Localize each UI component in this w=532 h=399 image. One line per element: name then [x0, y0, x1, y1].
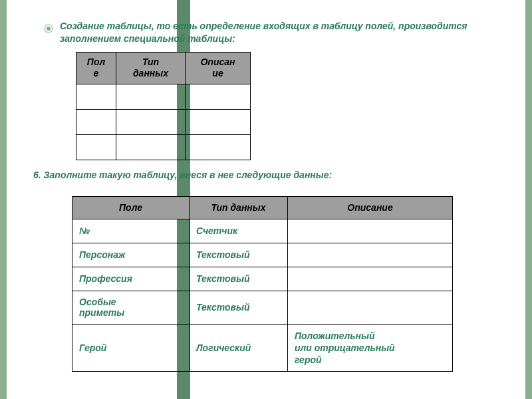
slide-page: Создание таблицы, то есть определение вх…	[7, 0, 525, 399]
table-row: Особыеприметы Текстовый	[72, 291, 453, 324]
cell-field: Герой	[72, 324, 190, 372]
cell-type: Текстовый	[190, 267, 288, 291]
cell-desc: Положительныйили отрицательныйгерой	[288, 324, 453, 372]
table-definition-filled: Поле Тип данных Описание № Счетчик Персо…	[72, 196, 453, 372]
table-row: Профессия Текстовый	[72, 267, 453, 291]
cell-desc	[288, 243, 453, 267]
header-desc: Описание	[186, 52, 251, 84]
header-type: Тип данных	[190, 196, 288, 219]
svg-point-1	[47, 27, 51, 31]
cell-type: Текстовый	[190, 243, 288, 267]
table-row	[76, 134, 251, 160]
cell-type: Текстовый	[190, 291, 288, 324]
content-area: Создание таблицы, то есть определение вх…	[7, 0, 525, 372]
cell-type: Счетчик	[190, 219, 288, 243]
table-row: Герой Логический Положительныйили отрица…	[72, 324, 453, 372]
cell-desc	[288, 219, 453, 243]
header-type: Типданных	[116, 52, 186, 84]
instruction-text: 6. Заполните такую таблицу, внеся в нее …	[33, 170, 505, 180]
table-row	[76, 109, 251, 134]
cell-field: Профессия	[72, 267, 190, 291]
cell-desc	[288, 267, 453, 291]
table-header-row: Поле Типданных Описание	[76, 52, 251, 84]
header-desc: Описание	[288, 196, 453, 219]
bullet-icon	[44, 24, 53, 33]
cell-field: Особыеприметы	[72, 291, 190, 324]
table-row	[76, 84, 251, 109]
cell-desc	[288, 291, 453, 324]
table-row: Персонаж Текстовый	[72, 243, 453, 267]
table-header-row: Поле Тип данных Описание	[72, 196, 453, 219]
cell-field: №	[72, 219, 190, 243]
table-row: № Счетчик	[72, 219, 453, 243]
header-field: Поле	[76, 52, 116, 84]
header-field: Поле	[72, 196, 190, 219]
cell-type: Логический	[190, 324, 288, 372]
cell-field: Персонаж	[72, 243, 190, 267]
intro-paragraph: Создание таблицы, то есть определение вх…	[60, 20, 505, 45]
table-definition-empty: Поле Типданных Описание	[76, 52, 251, 160]
